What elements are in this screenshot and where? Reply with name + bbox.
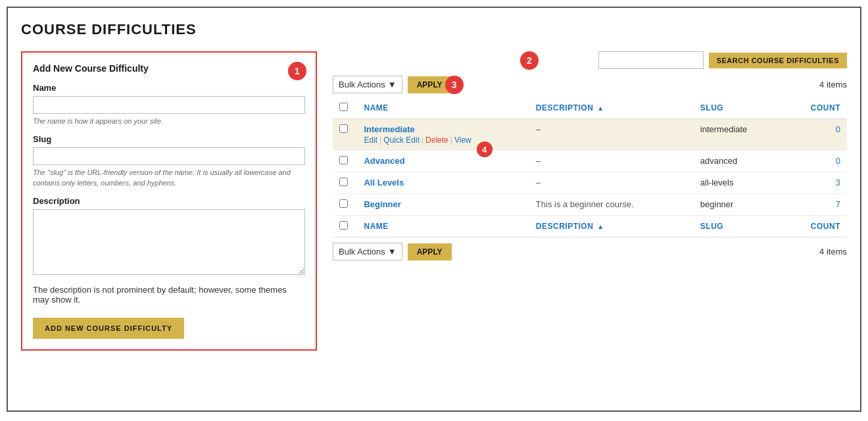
add-new-course-difficulty-button[interactable]: ADD NEW COURSE DIFFICULTY [33, 318, 184, 339]
row-checkbox-cell [333, 172, 357, 194]
row-checkbox[interactable] [339, 156, 348, 164]
items-count-top: 4 items [819, 80, 847, 89]
apply-button-bottom[interactable]: APPLY [408, 243, 452, 260]
row-checkbox-cell [333, 194, 357, 216]
top-toolbar: Bulk Actions ▼ APPLY 3 4 items [333, 76, 847, 93]
difficulties-table: NAME DESCRIPTION ▲ SLUG COUNT [333, 97, 847, 237]
row-name-cell: IntermediateEdit|Quick Edit|Delete|View4 [357, 119, 529, 151]
apply-wrap-top: APPLY 3 [408, 76, 452, 93]
row-count-cell: 0 [798, 151, 847, 172]
row-count-cell: 3 [798, 172, 847, 194]
row-description-cell: This is a beginner course. [529, 194, 694, 216]
footer-checkbox-cell [333, 216, 357, 237]
header-checkbox-cell [333, 97, 357, 119]
row-name-cell: BeginnerEdit|Quick Edit|Delete|View [357, 194, 529, 216]
row-quick-edit-link[interactable]: Quick Edit [383, 136, 420, 145]
row-checkbox[interactable] [339, 124, 348, 133]
row-sep-2: | [422, 136, 423, 145]
row-edit-link[interactable]: Edit [364, 136, 377, 145]
header-count[interactable]: COUNT [798, 97, 847, 119]
add-form-heading: Add New Course Difficulty [33, 63, 305, 74]
row-description-cell: – [529, 172, 694, 194]
row-view-link[interactable]: View [454, 136, 471, 145]
slug-field-group: Slug The "slug" is the URL-friendly vers… [33, 134, 305, 188]
bulk-actions-label-top: Bulk Actions [339, 80, 385, 89]
footer-description-sort-arrow: ▲ [597, 223, 604, 230]
row-name-link[interactable]: Beginner [364, 199, 400, 209]
footer-slug[interactable]: SLUG [694, 216, 798, 237]
row-name-link[interactable]: Advanced [364, 156, 404, 166]
row-name-cell: AdvancedEdit|Quick Edit|Delete|View [357, 151, 529, 172]
row-sep-1: | [379, 136, 381, 145]
search-input[interactable] [598, 51, 704, 69]
row-description-cell: – [529, 151, 694, 172]
add-form-panel: 1 Add New Course Difficulty Name The nam… [21, 51, 317, 351]
right-panel: 2 SEARCH COURSE DIFFICULTIES Bulk Action… [333, 51, 847, 260]
step-badge-4: 4 [477, 141, 493, 157]
search-button[interactable]: SEARCH COURSE DIFFICULTIES [709, 53, 847, 68]
description-field-group: Description [33, 196, 305, 277]
row-slug-cell: advanced [694, 151, 798, 172]
table-header-row: NAME DESCRIPTION ▲ SLUG COUNT [333, 97, 847, 119]
description-label: Description [33, 196, 305, 206]
header-slug[interactable]: SLUG [694, 97, 798, 119]
row-slug-cell: intermediate [694, 119, 798, 151]
description-hint: The description is not prominent by defa… [33, 285, 305, 305]
header-name[interactable]: NAME [357, 97, 529, 119]
row-name-link[interactable]: Intermediate [364, 124, 414, 134]
step-badge-2: 2 [520, 51, 539, 70]
step-badge-1: 1 [288, 62, 306, 80]
step-badge-3: 3 [445, 76, 464, 94]
table-row: AdvancedEdit|Quick Edit|Delete|View–adva… [333, 151, 847, 172]
footer-name[interactable]: NAME [357, 216, 529, 237]
slug-hint: The "slug" is the URL-friendly version o… [33, 168, 305, 188]
items-count-bottom: 4 items [819, 247, 847, 257]
bulk-actions-chevron-top: ▼ [388, 80, 397, 89]
table-row: All LevelsEdit|Quick Edit|Delete|View–al… [333, 172, 847, 194]
row-slug-cell: all-levels [694, 172, 798, 194]
row-actions: Edit|Quick Edit|Delete|View4 [364, 136, 522, 145]
description-sort-arrow: ▲ [597, 105, 604, 112]
row-checkbox-cell [333, 151, 357, 172]
row-checkbox[interactable] [339, 199, 348, 208]
search-bar: 2 SEARCH COURSE DIFFICULTIES [333, 51, 847, 69]
row-checkbox-cell [333, 119, 357, 151]
name-input[interactable] [33, 96, 305, 114]
row-name-link[interactable]: All Levels [364, 178, 404, 187]
bottom-toolbar: Bulk Actions ▼ APPLY 4 items [333, 243, 847, 260]
select-all-checkbox[interactable] [339, 103, 348, 111]
description-textarea[interactable] [33, 209, 305, 275]
row-count-cell: 0 [798, 119, 847, 151]
slug-label: Slug [33, 134, 305, 144]
select-all-checkbox-footer[interactable] [339, 221, 348, 230]
header-description[interactable]: DESCRIPTION ▲ [529, 97, 694, 119]
row-name-cell: All LevelsEdit|Quick Edit|Delete|View [357, 172, 529, 194]
name-label: Name [33, 83, 305, 93]
bulk-actions-label-bottom: Bulk Actions [339, 247, 385, 257]
bulk-actions-select-bottom[interactable]: Bulk Actions ▼ [333, 243, 402, 260]
footer-count[interactable]: COUNT [798, 216, 847, 237]
table-footer-row: NAME DESCRIPTION ▲ SLUG COUNT [333, 216, 847, 237]
row-sep-3: | [450, 136, 452, 145]
row-delete-link[interactable]: Delete [425, 136, 448, 145]
slug-input[interactable] [33, 147, 305, 165]
row-checkbox[interactable] [339, 178, 348, 186]
name-field-group: Name The name is how it appears on your … [33, 83, 305, 126]
page-title: COURSE DIFFICULTIES [21, 21, 847, 38]
bulk-actions-select-top[interactable]: Bulk Actions ▼ [333, 76, 402, 93]
row-description-cell: – [529, 119, 694, 151]
row-count-cell: 7 [798, 194, 847, 216]
row-slug-cell: beginner [694, 194, 798, 216]
table-row: IntermediateEdit|Quick Edit|Delete|View4… [333, 119, 847, 151]
table-row: BeginnerEdit|Quick Edit|Delete|ViewThis … [333, 194, 847, 216]
name-hint: The name is how it appears on your site. [33, 116, 305, 126]
bulk-actions-chevron-bottom: ▼ [388, 247, 397, 257]
footer-description[interactable]: DESCRIPTION ▲ [529, 216, 694, 237]
